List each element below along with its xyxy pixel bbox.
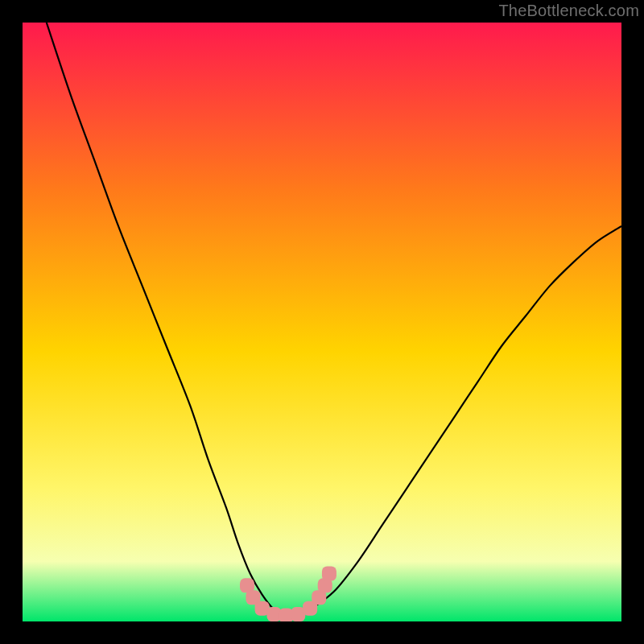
gradient-background: [23, 23, 621, 621]
chart-svg: [23, 23, 621, 621]
chart-plot-area: [23, 23, 621, 621]
watermark-text: TheBottleneck.com: [498, 2, 639, 20]
curve-marker: [322, 566, 336, 580]
chart-frame: TheBottleneck.com: [0, 0, 644, 644]
